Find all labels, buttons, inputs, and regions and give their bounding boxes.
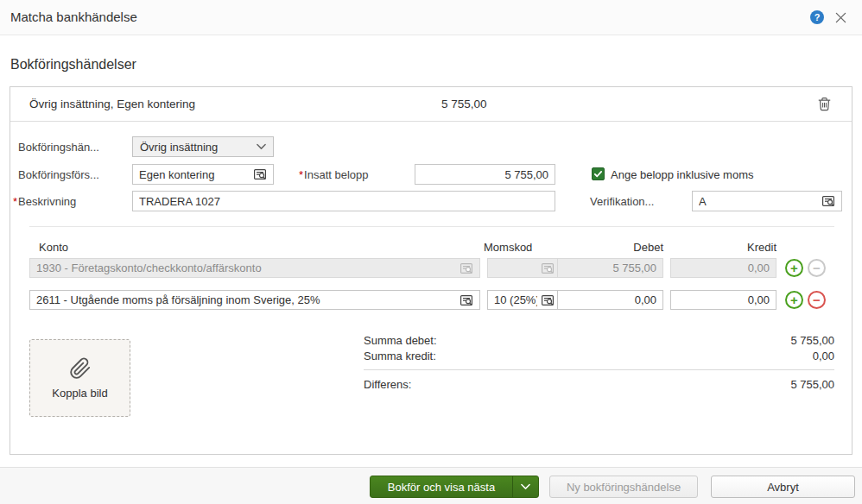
deposit-amount-value: 5 755,00 — [421, 168, 548, 181]
template-label: Bokföringsförs... — [18, 168, 99, 181]
event-type-value: Övrig insättning — [140, 141, 257, 154]
column-header-debet: Debet — [557, 241, 663, 254]
bokfor-split-button: Bokför och visa nästa — [370, 476, 539, 498]
add-row-button[interactable]: + — [785, 259, 803, 277]
footer-bar: Bokför och visa nästa Ny bokföringshände… — [0, 467, 862, 504]
section-heading: Bokföringshändelser — [10, 57, 136, 72]
sum-debet-label: Summa debet: — [364, 334, 437, 347]
chevron-down-icon — [521, 483, 530, 490]
lookup-icon[interactable] — [541, 293, 555, 307]
column-header-kredit: Kredit — [670, 241, 776, 254]
lookup-icon[interactable] — [821, 194, 835, 208]
lookup-icon[interactable] — [253, 167, 267, 181]
template-value: Egen kontering — [139, 168, 250, 181]
add-row-button[interactable]: + — [785, 291, 803, 309]
kredit-value: 0,00 — [677, 261, 770, 274]
momskod-input-row2[interactable]: 10 (25%) — [487, 290, 561, 310]
kredit-value: 0,00 — [677, 293, 770, 306]
konto-value: 1930 - Företagskonto/checkkonto/affärsko… — [36, 261, 456, 274]
differens-label: Differens: — [364, 378, 411, 391]
debet-value: 0,00 — [564, 293, 656, 306]
template-input[interactable]: Egen kontering — [132, 164, 274, 185]
verification-input[interactable]: A — [692, 191, 842, 211]
debet-value: 5 755,00 — [564, 261, 656, 274]
deposit-amount-label: *Insatt belopp — [299, 168, 369, 181]
required-marker: * — [13, 195, 17, 208]
summary-amount: 5 755,00 — [441, 98, 487, 110]
vat-inclusive-label: Ange belopp inklusive moms — [611, 168, 753, 181]
lookup-icon — [541, 261, 555, 275]
column-header-momskod: Momskod — [484, 241, 532, 254]
bokfor-och-visa-nasta-button[interactable]: Bokför och visa nästa — [371, 476, 512, 497]
sum-kredit-label: Summa kredit: — [364, 350, 436, 362]
konto-input-row1: 1930 - Företagskonto/checkkonto/affärsko… — [29, 258, 480, 278]
summary-label: Övrig insättning, Egen kontering — [29, 98, 195, 110]
debet-input-row2[interactable]: 0,00 — [557, 290, 663, 310]
verification-value: A — [699, 195, 818, 208]
event-type-select[interactable]: Övrig insättning — [132, 136, 274, 157]
dialog-title: Matcha bankhändelse — [10, 9, 137, 24]
sum-debet-value: 5 755,00 — [662, 334, 834, 347]
remove-row-button[interactable]: − — [808, 291, 826, 309]
konto-value: 2611 - Utgående moms på försäljning inom… — [36, 293, 456, 306]
paperclip-icon — [69, 357, 92, 380]
description-input[interactable]: TRADERA 1027 — [132, 191, 555, 211]
column-header-konto: Konto — [39, 241, 68, 254]
description-value: TRADERA 1027 — [139, 195, 548, 208]
dialog-titlebar: Matcha bankhändelse ? — [0, 0, 862, 35]
avbryt-button[interactable]: Avbryt — [711, 476, 855, 498]
differens-value: 5 755,00 — [662, 378, 834, 391]
check-icon — [593, 169, 603, 179]
konto-input-row2[interactable]: 2611 - Utgående moms på försäljning inom… — [29, 290, 480, 310]
sum-kredit-value: 0,00 — [662, 350, 834, 362]
chevron-down-icon — [257, 143, 266, 150]
bokfor-dropdown-caret[interactable] — [512, 476, 538, 497]
kredit-input-row1: 0,00 — [670, 258, 776, 278]
deposit-amount-input[interactable]: 5 755,00 — [415, 164, 555, 185]
required-marker: * — [299, 168, 303, 181]
attach-image-label: Koppla bild — [52, 387, 107, 400]
trash-icon[interactable] — [816, 96, 833, 112]
event-type-label: Bokföringshän... — [18, 141, 99, 154]
attach-image-button[interactable]: Koppla bild — [29, 339, 130, 417]
close-icon[interactable] — [833, 10, 848, 25]
verification-label: Verifikation... — [590, 195, 654, 208]
lookup-icon[interactable] — [460, 293, 473, 307]
lookup-icon — [460, 261, 473, 275]
momskod-value: 10 (25%) — [494, 293, 537, 306]
bookkeeping-panel: Övrig insättning, Egen kontering 5 755,0… — [10, 86, 852, 455]
momskod-input-row1 — [487, 258, 561, 278]
ny-bokforingshandelse-button: Ny bokföringshändelse — [549, 476, 698, 498]
debet-input-row1: 5 755,00 — [557, 258, 663, 278]
totals-divider — [364, 369, 834, 370]
kredit-input-row2[interactable]: 0,00 — [670, 290, 776, 310]
form-table-divider — [29, 226, 834, 227]
summary-row: Övrig insättning, Egen kontering 5 755,0… — [10, 87, 852, 122]
remove-row-button-disabled: − — [808, 259, 826, 277]
help-icon[interactable]: ? — [810, 10, 824, 24]
description-label: *Beskrivning — [13, 195, 76, 208]
matcha-bankhandelse-dialog: Matcha bankhändelse ? Bokföringshändelse… — [0, 0, 862, 504]
vat-inclusive-checkbox[interactable] — [592, 167, 605, 180]
